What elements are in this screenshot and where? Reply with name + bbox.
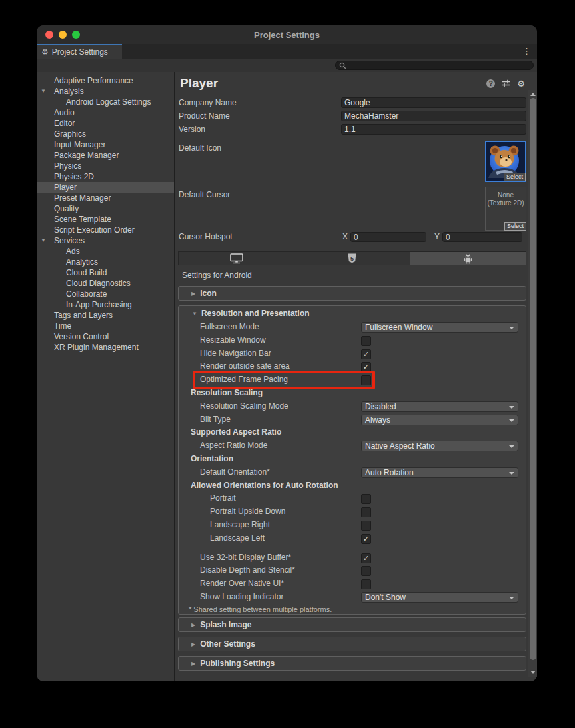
sidebar-item-services[interactable]: ▼Services [37, 235, 174, 246]
minimize-button[interactable] [59, 31, 67, 39]
sidebar-item-time[interactable]: Time [37, 321, 174, 331]
sidebar-item-quality[interactable]: Quality [37, 203, 174, 214]
cursor-hotspot-x-input[interactable]: 0 [350, 232, 426, 242]
disable-depth-and-stencil-checkbox[interactable] [361, 566, 371, 576]
sidebar-item-label: Script Execution Order [54, 225, 135, 235]
sidebar-item-ads[interactable]: Ads [37, 246, 174, 257]
show-loading-indicator-dropdown[interactable]: Don't Show [361, 592, 518, 603]
hide-navigation-bar-checkbox[interactable]: ✓ [361, 349, 371, 359]
maximize-button[interactable] [72, 31, 80, 39]
sidebar-item-scene-template[interactable]: Scene Template [37, 214, 174, 225]
fullscreen-mode-dropdown[interactable]: Fullscreen Window [361, 322, 518, 333]
product-name-input[interactable]: MechaHamster [341, 111, 526, 121]
setting-label: Use 32-bit Display Buffer* [179, 551, 526, 565]
sidebar-item-graphics[interactable]: Graphics [37, 129, 174, 139]
sidebar-item-cloud-diagnostics[interactable]: Cloud Diagnostics [37, 278, 174, 289]
sidebar-item-in-app-purchasing[interactable]: In-App Purchasing [37, 299, 174, 310]
sidebar-item-version-control[interactable]: Version Control [37, 331, 174, 342]
company-name-label: Company Name [179, 98, 341, 107]
sidebar-item-label: Time [54, 321, 71, 331]
setting-label: Render outside safe area [179, 360, 526, 373]
kebab-menu-icon[interactable]: ⋮ [522, 46, 531, 56]
setting-row-resolution-scaling-mode: Resolution Scaling ModeDisabled [179, 400, 526, 413]
optimized-frame-pacing-checkbox[interactable] [361, 375, 371, 385]
window-titlebar[interactable]: Project Settings [37, 25, 537, 44]
company-name-input[interactable]: Google [341, 97, 526, 108]
platform-tab-strip: 5 [178, 251, 526, 265]
icon-section-foldout[interactable]: ▶ Icon [178, 286, 526, 301]
render-over-native-ui-checkbox[interactable] [361, 579, 371, 589]
default-icon-thumbnail[interactable]: Select [485, 141, 526, 182]
version-input[interactable]: 1.1 [341, 124, 526, 135]
sidebar-item-script-execution-order[interactable]: Script Execution Order [37, 225, 174, 235]
desktop-icon [230, 253, 243, 264]
scroll-up-icon[interactable] [530, 93, 536, 96]
sidebar-item-physics[interactable]: Physics [37, 161, 174, 171]
tab-project-settings[interactable]: ⚙ Project Settings [37, 44, 122, 59]
sidebar-item-physics-2d[interactable]: Physics 2D [37, 171, 174, 182]
help-icon[interactable]: ? [486, 79, 495, 88]
blit-type-dropdown[interactable]: Always [361, 415, 518, 425]
platform-tab-desktop[interactable] [179, 252, 294, 265]
scroll-down-icon[interactable] [530, 671, 536, 674]
portrait-upside-down-checkbox[interactable] [361, 507, 371, 517]
landscape-left-checkbox[interactable]: ✓ [361, 534, 371, 544]
publishing-settings-foldout[interactable]: ▶Publishing Settings [178, 656, 526, 671]
setting-row-landscape-left: Landscape Left✓ [179, 532, 526, 545]
chevron-down-icon [509, 406, 514, 409]
select-icon-button[interactable]: Select [504, 173, 526, 181]
resolution-scaling-mode-dropdown[interactable]: Disabled [361, 401, 518, 412]
sidebar-item-analytics[interactable]: Analytics [37, 257, 174, 267]
chevron-down-icon [509, 419, 514, 422]
portrait-checkbox[interactable] [361, 494, 371, 504]
expander-icon[interactable]: ▼ [41, 86, 46, 97]
sidebar-item-analysis[interactable]: ▼Analysis [37, 86, 174, 97]
scrollbar-thumb[interactable] [530, 98, 536, 660]
foldout-collapsed-icon: ▶ [191, 622, 195, 628]
resizable-window-checkbox[interactable] [361, 336, 371, 346]
default-orientation-dropdown[interactable]: Auto Rotation [361, 467, 518, 478]
sidebar-item-android-logcat-settings[interactable]: Android Logcat Settings [37, 97, 174, 107]
default-cursor-field[interactable]: None (Texture 2D) Select [485, 187, 526, 231]
use-32-bit-display-buffer-checkbox[interactable]: ✓ [361, 553, 371, 563]
screen: Project Settings ⚙ Project Settings ⋮ Ad… [0, 0, 575, 728]
foldout-collapsed-icon: ▶ [191, 291, 195, 297]
sidebar-item-input-manager[interactable]: Input Manager [37, 139, 174, 150]
splash-image-foldout[interactable]: ▶Splash Image [178, 617, 526, 632]
platform-tab-webgl[interactable]: 5 [294, 252, 410, 265]
tab-bar: ⚙ Project Settings ⋮ [37, 44, 537, 59]
sidebar-item-tags-and-layers[interactable]: Tags and Layers [37, 310, 174, 321]
render-outside-safe-area-checkbox[interactable]: ✓ [361, 362, 371, 372]
sidebar-item-label: Preset Manager [54, 193, 111, 203]
landscape-right-checkbox[interactable] [361, 521, 371, 531]
select-cursor-button[interactable]: Select [504, 222, 526, 231]
foldout-collapsed-icon: ▶ [191, 641, 195, 647]
search-input[interactable] [335, 61, 534, 70]
sidebar-item-label: Ads [66, 247, 80, 256]
sidebar-item-label: Adaptive Performance [54, 76, 133, 85]
sidebar-item-adaptive-performance[interactable]: Adaptive Performance [37, 75, 174, 86]
aspect-ratio-mode-dropdown[interactable]: Native Aspect Ratio [361, 441, 518, 451]
other-settings-foldout[interactable]: ▶Other Settings [178, 637, 526, 651]
cursor-hotspot-y-input[interactable]: 0 [442, 232, 522, 242]
close-button[interactable] [45, 31, 53, 39]
resolution-section-header[interactable]: ▼ Resolution and Presentation [179, 306, 526, 321]
settings-for-label: Settings for Android [182, 271, 252, 280]
sidebar-item-cloud-build[interactable]: Cloud Build [37, 267, 174, 278]
presets-icon[interactable] [501, 79, 511, 87]
sidebar-item-xr-plugin-management[interactable]: XR Plugin Management [37, 342, 174, 353]
sidebar-item-player[interactable]: Player [37, 182, 174, 193]
sidebar-item-collaborate[interactable]: Collaborate [37, 289, 174, 299]
platform-tab-android[interactable] [410, 252, 526, 265]
page-title: Player [180, 76, 486, 91]
resolution-header-label: Resolution and Presentation [201, 309, 310, 318]
sidebar-item-editor[interactable]: Editor [37, 118, 174, 129]
window-title: Project Settings [254, 30, 320, 40]
gear-icon[interactable]: ⚙ [517, 79, 525, 88]
sidebar-item-package-manager[interactable]: Package Manager [37, 150, 174, 161]
sidebar-item-preset-manager[interactable]: Preset Manager [37, 193, 174, 203]
spacer-row [179, 545, 526, 551]
sidebar-item-audio[interactable]: Audio [37, 107, 174, 118]
vertical-scrollbar[interactable] [528, 90, 537, 677]
expander-icon[interactable]: ▼ [41, 235, 46, 246]
